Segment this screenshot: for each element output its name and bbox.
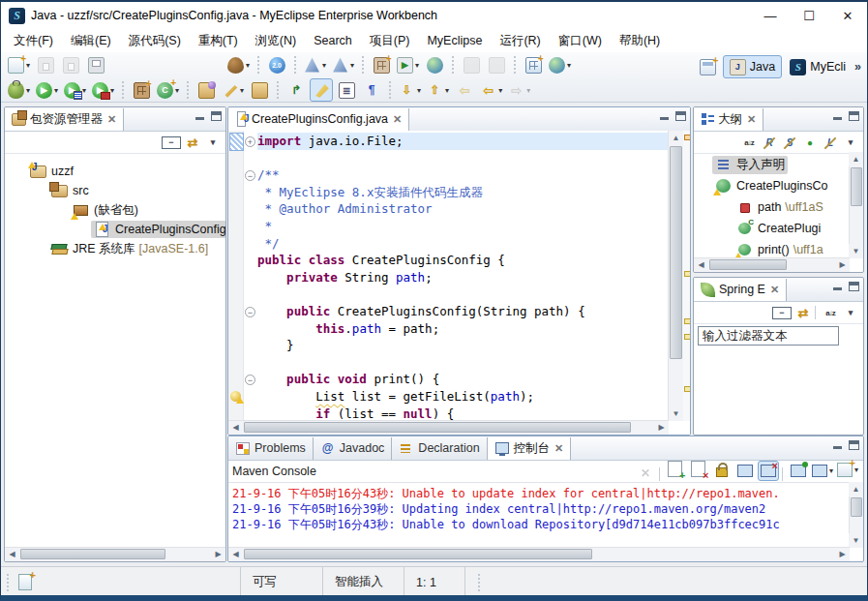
menu-5[interactable]: Search — [305, 31, 361, 50]
outline-item-path[interactable]: path \uff1aS — [694, 196, 850, 218]
close-spring-icon[interactable]: ✕ — [770, 284, 779, 296]
view-menu-button[interactable] — [842, 304, 859, 321]
fold-collapse-icon[interactable]: − — [245, 375, 255, 385]
fold-expand-icon[interactable]: + — [245, 136, 255, 147]
code-line-9[interactable]: private String path; — [257, 269, 669, 286]
minimize-button[interactable]: — — [751, 4, 790, 27]
console-vscrollbar[interactable]: ▲ ▼ — [849, 482, 863, 548]
package-explorer-hscrollbar[interactable]: ◀▶ — [5, 547, 225, 561]
new-java-package-button[interactable] — [130, 78, 153, 102]
tab-outline[interactable]: 大纲 ✕ — [694, 108, 763, 131]
web-2.0-browser-button[interactable] — [265, 53, 288, 76]
code-line-8[interactable]: public class CreatePluginsConfig { — [257, 252, 669, 269]
code-line-15[interactable]: public void print() { — [257, 371, 669, 388]
tab-declaration[interactable]: Declaration — [392, 437, 487, 460]
outline-hscrollbar[interactable]: ◀▶ — [694, 257, 850, 272]
tab-spring-explorer[interactable]: Spring E ✕ — [694, 279, 787, 301]
run-history-button[interactable] — [62, 78, 88, 102]
fold-collapse-icon[interactable]: − — [245, 307, 255, 317]
new-enterprise-wizard-button[interactable] — [225, 53, 252, 76]
remove-launch-button[interactable] — [665, 459, 686, 479]
perspective-overflow-button[interactable]: » — [854, 60, 861, 74]
open-console-button[interactable] — [836, 460, 859, 480]
tree-item-CreatePluginsConfig.j[interactable]: CreatePluginsConfig.j — [5, 220, 225, 239]
maximize-button[interactable]: ☐ — [790, 4, 828, 27]
show-source-of-selected-button[interactable] — [335, 78, 358, 102]
console-hscrollbar[interactable]: ◀▶ — [228, 547, 850, 561]
overview-occurrence-marker[interactable] — [684, 334, 691, 340]
editor-vscrollbar[interactable]: ▲ ▼ — [668, 131, 683, 421]
menu-1[interactable]: 编辑(E) — [62, 30, 120, 52]
menu-4[interactable]: 浏览(N) — [247, 30, 305, 52]
new-java-class-button[interactable] — [155, 78, 181, 102]
report-web-tools-button[interactable] — [547, 53, 573, 76]
filter-text-input[interactable]: 输入过滤器文本 — [698, 326, 839, 346]
tab-package-explorer[interactable]: 包资源管理器 ✕ — [5, 108, 124, 131]
maximize-console-button[interactable] — [849, 440, 859, 450]
minimize-editor-button[interactable] — [659, 111, 670, 121]
code-line-11[interactable]: public CreatePluginsConfig(String path) … — [257, 303, 669, 320]
open-type-button[interactable] — [195, 78, 218, 102]
tab-javadoc[interactable]: Javadoc — [314, 437, 393, 460]
open-resource-button[interactable] — [248, 78, 271, 102]
word-wrap-button[interactable] — [734, 461, 756, 481]
menu-8[interactable]: 运行(R) — [491, 30, 549, 52]
menu-3[interactable]: 重构(T) — [190, 30, 247, 52]
code-line-2[interactable] — [257, 150, 669, 167]
display-console-button[interactable] — [811, 461, 834, 481]
code-line-17[interactable]: if (list == null) { — [257, 406, 669, 421]
code-line-7[interactable]: */ — [257, 235, 669, 253]
code-line-5[interactable]: * @author Administrator — [257, 200, 669, 218]
run-button[interactable] — [34, 78, 60, 102]
outline-vscrollbar[interactable]: ▲ ▼ — [849, 152, 863, 258]
outline-item-CreatePluginsCo[interactable]: CreatePluginsCo — [694, 175, 850, 196]
hide-fields-button[interactable]: R — [761, 134, 778, 151]
toggle-mark-occurrences-button[interactable] — [310, 78, 333, 102]
maximize-outline-button[interactable] — [849, 111, 859, 121]
minimize-outline-button[interactable] — [832, 111, 843, 121]
tab-problems[interactable]: Problems — [228, 437, 314, 460]
link-with-editor-button[interactable] — [794, 304, 812, 321]
overview-warning-marker[interactable] — [684, 135, 691, 140]
code-line-1[interactable]: import java.io.File; — [257, 133, 669, 150]
code-line-16[interactable]: List list = getFileList(path); — [257, 388, 669, 406]
editor-tab[interactable]: CreatePluginsConfig.java ✕ — [228, 108, 409, 131]
last-edit-location-button[interactable] — [284, 78, 308, 102]
view-menu-button[interactable] — [204, 134, 222, 151]
tree-item-src[interactable]: src — [5, 181, 225, 200]
minimize-view-button[interactable] — [195, 111, 205, 121]
menu-6[interactable]: 项目(P) — [361, 30, 419, 52]
collapse-all-button[interactable] — [772, 307, 792, 319]
tree-item-uzzf[interactable]: uzzf — [5, 162, 225, 181]
code-line-10[interactable] — [257, 285, 669, 303]
code-area[interactable]: import java.io.File;/** * MyEclipse 8.x安… — [257, 133, 669, 421]
maximize-view-button[interactable] — [211, 111, 222, 121]
outline-item-CreatePlugi[interactable]: CreatePlugi — [694, 218, 850, 239]
code-line-13[interactable]: } — [257, 337, 669, 354]
hide-local-types-button[interactable]: L — [822, 134, 839, 151]
close-console-icon[interactable]: ✕ — [554, 442, 563, 455]
close-button[interactable]: ✕ — [828, 4, 867, 27]
code-line-4[interactable]: * MyEclipse 8.x安装插件代码生成器 — [257, 184, 669, 201]
console-output[interactable]: 21-9-16 下午05时16分43秒: Unable to update in… — [228, 482, 850, 548]
new-report-button[interactable] — [522, 53, 545, 76]
code-line-3[interactable]: /** — [257, 166, 669, 184]
quickfix-warning-icon[interactable] — [230, 391, 241, 402]
code-line-12[interactable]: this.path = path; — [257, 320, 669, 338]
sort-button[interactable] — [740, 134, 758, 151]
minimize-spring-button[interactable] — [832, 282, 843, 291]
overview-occurrence-marker[interactable] — [684, 386, 691, 392]
new-server-button[interactable] — [370, 53, 393, 76]
editor-overview-ruler[interactable] — [683, 131, 690, 421]
clear-console-button[interactable] — [688, 459, 709, 479]
minimize-console-button[interactable] — [832, 440, 843, 450]
search-button[interactable] — [220, 78, 246, 102]
run-on-server-button[interactable] — [395, 53, 421, 76]
scroll-lock-button[interactable] — [711, 461, 733, 481]
overview-occurrence-marker[interactable] — [684, 271, 691, 277]
pin-console-button[interactable] — [788, 461, 809, 481]
previous-annotation-button[interactable] — [425, 78, 451, 102]
tree-item-(缺省包)[interactable]: (缺省包) — [5, 200, 225, 220]
editor-hscrollbar[interactable]: ◀▶ — [228, 420, 669, 435]
hide-static-button[interactable]: S — [781, 134, 798, 151]
